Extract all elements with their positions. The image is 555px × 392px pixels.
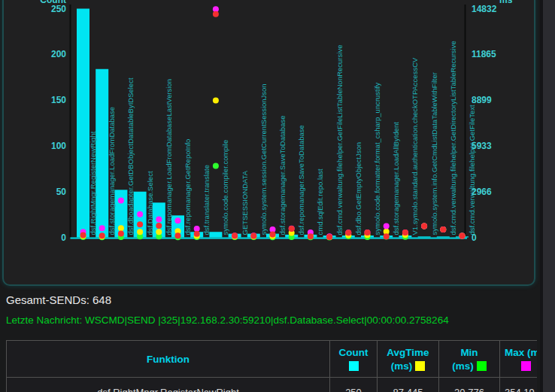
count-bar	[418, 236, 431, 237]
stats-table-header: FunktionCountAvgTime(ms) Min(ms) Max (ms…	[7, 341, 538, 378]
data-dot	[440, 226, 446, 232]
bar-label: cmd.sqlEdit.repo.last	[316, 169, 324, 236]
table-cell: 354.19	[500, 378, 538, 392]
data-dot	[175, 232, 181, 239]
bar-label: dsf.cmd.verwaltung.filehelper.GetFileLis…	[335, 45, 344, 236]
bar-label: V1.symolo.standard.authentication.checkO…	[411, 57, 419, 236]
bar-label: dsf.storagemanager.LoadAllByIdent	[392, 122, 400, 236]
column-title: Count	[332, 347, 375, 358]
data-dot	[421, 223, 427, 229]
left-tick-label: 100	[51, 141, 66, 151]
bar-label: symolo.system.info.GetCmdListDataTableWi…	[430, 72, 438, 235]
bar-label: dsf.Database.Select	[146, 171, 154, 235]
data-dot	[99, 232, 105, 239]
data-dot	[289, 226, 295, 232]
left-axis-title: Count	[40, 0, 66, 5]
bar-label: dsf.storagemanager.SaveToDatabase	[278, 116, 287, 236]
table-cell: 20.776	[439, 378, 500, 392]
data-dot	[213, 11, 219, 17]
data-dot	[156, 229, 162, 235]
count-bar	[209, 232, 222, 237]
table-row[interactable]: dsf.RightMngr.RegisterNewRight25087.4452…	[7, 378, 538, 392]
table-cell: 87.445	[378, 378, 439, 392]
data-dot	[402, 229, 408, 236]
column-header-funktion[interactable]: Funktion	[7, 341, 330, 378]
bar-label: dsf.repomanager.LoadFromDatabaseLastVers…	[165, 79, 173, 236]
data-dot	[118, 230, 124, 236]
data-dot	[250, 232, 256, 239]
bar-label: symolo.code.formatter.format_csharp_uncr…	[373, 82, 381, 235]
column-subtitle: (ms)	[379, 360, 437, 372]
left-tick-label: 150	[51, 95, 66, 105]
data-dot	[326, 234, 332, 240]
data-dot	[118, 198, 124, 204]
count-bar	[437, 236, 450, 237]
legend-swatch-icon	[415, 361, 425, 371]
data-dot	[345, 229, 351, 236]
data-dot	[156, 217, 162, 223]
data-dot	[80, 232, 86, 238]
column-header-count[interactable]: Count	[330, 341, 378, 378]
data-dot	[213, 97, 219, 103]
column-subtitle	[505, 360, 537, 372]
data-dot	[156, 223, 162, 229]
right-tick-label: 2966	[472, 187, 492, 197]
data-dot	[270, 232, 276, 238]
column-title: AvgTime	[379, 347, 437, 358]
data-dot	[365, 229, 371, 236]
bar-label: dsf.cmd.verwaltung.filehelper.GetDirecto…	[449, 41, 457, 235]
data-dot	[308, 233, 314, 239]
bar-label: dsf.dboadapter.GetDBObjectDatatableByIDS…	[126, 77, 135, 235]
column-header-avgtime[interactable]: AvgTime(ms)	[378, 341, 439, 378]
left-tick-label: 200	[51, 49, 66, 59]
bar-label: symolo.system.session.GetCurrentSessionJ…	[259, 84, 268, 235]
column-header-min[interactable]: Min(ms)	[439, 341, 500, 378]
data-dot	[99, 225, 105, 231]
count-bar	[96, 69, 108, 238]
data-dot	[118, 225, 124, 231]
data-dot	[175, 217, 181, 223]
stats-table-body: dsf.RightMngr.RegisterNewRight25087.4452…	[7, 378, 538, 392]
data-dot	[232, 232, 238, 239]
legend-swatch-icon	[521, 361, 531, 371]
bar-label: dsf.RightMngr.RegisterNewRight	[89, 131, 97, 235]
stats-table: FunktionCountAvgTime(ms) Min(ms) Max (ms…	[6, 340, 537, 392]
right-tick-label: 8899	[472, 95, 492, 105]
data-dot	[194, 231, 200, 237]
bar-label: dsf.dbo.GetEmptyObjectJson	[354, 142, 362, 236]
column-title: Funktion	[8, 354, 328, 365]
left-tick-label: 50	[56, 187, 67, 197]
legend-swatch-icon	[477, 361, 487, 371]
data-dot	[137, 229, 143, 235]
total-sends-label: Gesamt-SENDs: 648	[6, 293, 111, 306]
column-subtitle	[332, 360, 375, 372]
table-cell: dsf.RightMngr.RegisterNewRight	[7, 378, 330, 392]
data-dot	[213, 163, 219, 169]
right-tick-label: 5933	[472, 141, 492, 151]
app-window: dsf.RightMngr.RegisterNewRightdsf.storag…	[0, 0, 555, 392]
legend-swatch-icon	[349, 361, 359, 371]
column-subtitle: (ms)	[441, 360, 498, 372]
bar-label: dsf.cmd.verwaltung.filehelper.GetFileTex…	[468, 105, 476, 236]
data-dot	[384, 223, 390, 229]
column-header-max-ms-[interactable]: Max (ms)	[500, 341, 538, 378]
column-title: Max (ms)	[505, 347, 537, 358]
column-title: Min	[441, 347, 498, 358]
data-dot	[137, 221, 143, 227]
performance-chart: dsf.RightMngr.RegisterNewRightdsf.storag…	[0, 0, 555, 290]
vertical-scrollbar[interactable]	[540, 0, 555, 392]
bar-label: dsf.storagemanager.LoadFromDatabase	[108, 107, 116, 236]
data-dot	[137, 211, 143, 217]
right-axis-title: ms	[499, 0, 513, 5]
right-tick-label: 11865	[472, 49, 496, 59]
right-tick-label: 14832	[472, 4, 497, 14]
right-tick-label: 0	[472, 232, 477, 243]
left-tick-label: 0	[61, 232, 66, 243]
count-bar	[77, 9, 89, 238]
table-cell: 250	[330, 378, 378, 392]
bar-label: dsf.translater.translate	[202, 165, 211, 235]
bar-label: dsf.repomanager.GetRepoInfo	[183, 139, 192, 236]
bar-label: GETSESSIONDATA	[241, 170, 249, 235]
data-dot	[459, 232, 466, 239]
stats-table-wrap: FunktionCountAvgTime(ms) Min(ms) Max (ms…	[6, 340, 537, 392]
